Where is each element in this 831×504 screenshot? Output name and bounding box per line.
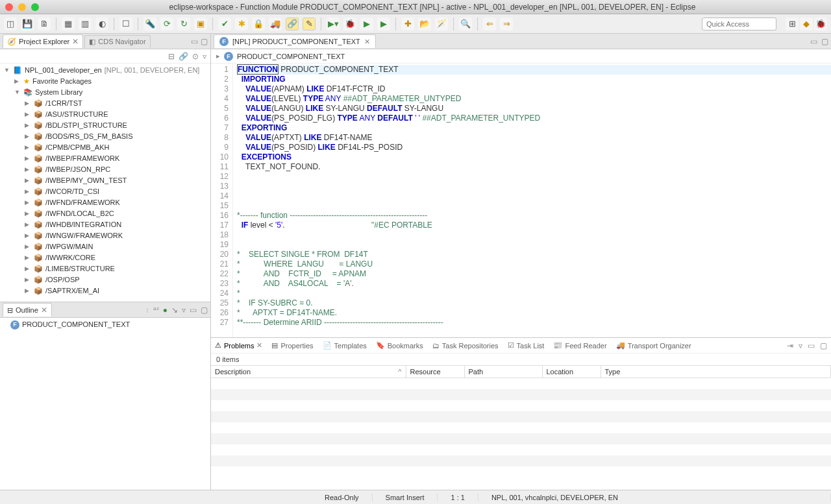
project-tree[interactable]: ▼📘NPL_001_developer_en [NPL, 001, DEVELO… bbox=[0, 64, 210, 302]
link-editor-icon[interactable]: 🔗 bbox=[179, 52, 188, 61]
tree-syslib[interactable]: ▼📚System Library bbox=[0, 87, 210, 98]
tree-package[interactable]: ▶📦/IWHDB/INTEGRATION bbox=[0, 219, 210, 230]
coverage-button[interactable]: ▶ bbox=[377, 18, 390, 30]
lock-button[interactable]: 🔒 bbox=[252, 18, 265, 30]
minimize-view-icon[interactable]: ▭ bbox=[190, 306, 197, 315]
col-description[interactable]: Description ^ bbox=[211, 366, 406, 378]
filter-green-icon[interactable]: ● bbox=[163, 306, 167, 315]
tree-package[interactable]: ▶📦/1CRR/TST bbox=[0, 98, 210, 109]
zoom-window-icon[interactable] bbox=[31, 3, 39, 11]
maximize-view-icon[interactable]: ▢ bbox=[201, 37, 208, 46]
nav-back-button[interactable]: ⇐ bbox=[483, 18, 496, 30]
maximize-view-icon[interactable]: ▢ bbox=[820, 341, 827, 350]
tree-package[interactable]: ▶📦/IWWRK/CORE bbox=[0, 252, 210, 263]
debug-button[interactable]: 🐞 bbox=[343, 18, 356, 30]
problems-table[interactable]: Description ^ResourcePathLocationType bbox=[211, 365, 831, 490]
tree-favorite[interactable]: ▶★Favorite Packages bbox=[0, 76, 210, 87]
tree-package[interactable]: ▶📦/BDL/STPI_STRUCTURE bbox=[0, 120, 210, 131]
highlight-button[interactable]: ✎ bbox=[303, 18, 316, 30]
minimize-window-icon[interactable] bbox=[18, 3, 26, 11]
tree-package[interactable]: ▶📦/IWBEP/FRAMEWORK bbox=[0, 153, 210, 164]
az-sort-icon[interactable]: ᵃᶻ bbox=[153, 306, 159, 315]
tree-package[interactable]: ▶📦/IWBEP/JSON_RPC bbox=[0, 164, 210, 175]
tree-package[interactable]: ▶📦/SAPTRX/EM_AI bbox=[0, 285, 210, 296]
col-location[interactable]: Location bbox=[542, 366, 601, 378]
terminal-button[interactable]: ▣ bbox=[194, 18, 207, 30]
run-button[interactable]: ▶ bbox=[360, 18, 373, 30]
editor-tab[interactable]: F [NPL] PRODUCT_COMPONENT_TEXT ✕ bbox=[214, 34, 376, 48]
col-path[interactable]: Path bbox=[464, 366, 542, 378]
sync-button[interactable]: ⟳ bbox=[160, 18, 173, 30]
bottom-tab-task-repositories[interactable]: 🗂Task Repositories bbox=[432, 342, 499, 350]
close-icon[interactable]: ✕ bbox=[72, 37, 79, 46]
collapse-all-icon[interactable]: ⊟ bbox=[168, 52, 175, 61]
sort-icon[interactable]: ↕ bbox=[145, 306, 149, 315]
debug-perspective-button[interactable]: 🐞 bbox=[814, 18, 827, 30]
run-dropdown-button[interactable]: ▶▾ bbox=[327, 18, 340, 30]
minimize-view-icon[interactable]: ▭ bbox=[191, 37, 198, 46]
refresh-button[interactable]: ↻ bbox=[177, 18, 190, 30]
maximize-view-icon[interactable]: ▢ bbox=[201, 306, 208, 315]
project-explorer-tab[interactable]: 🧭 Project Explorer ✕ bbox=[3, 34, 83, 48]
tree-root[interactable]: ▼📘NPL_001_developer_en [NPL, 001, DEVELO… bbox=[0, 65, 210, 76]
filter-icon[interactable]: ↘ bbox=[171, 306, 178, 315]
new-button[interactable]: ◫ bbox=[4, 18, 17, 30]
new-package-button[interactable]: ✚ bbox=[401, 18, 414, 30]
view-menu-icon[interactable]: ▿ bbox=[203, 52, 206, 61]
close-window-icon[interactable] bbox=[5, 3, 13, 11]
tree-package[interactable]: ▶📦/IWFND/FRAMEWORK bbox=[0, 197, 210, 208]
quick-access-input[interactable] bbox=[702, 18, 776, 30]
bottom-tab-task-list[interactable]: ☑Task List bbox=[508, 341, 545, 350]
tree-package[interactable]: ▶📦/ASU/STRUCTURE bbox=[0, 109, 210, 120]
open-button[interactable]: ☐ bbox=[119, 18, 132, 30]
minimize-editor-icon[interactable]: ▭ bbox=[810, 37, 817, 46]
filter-icon[interactable]: ⇥ bbox=[787, 341, 793, 350]
tree-package[interactable]: ▶📦/IWCOR/TD_CSI bbox=[0, 186, 210, 197]
minimize-view-icon[interactable]: ▭ bbox=[808, 341, 815, 350]
view-menu-icon[interactable]: ▿ bbox=[799, 341, 802, 350]
close-icon[interactable]: ✕ bbox=[256, 341, 262, 350]
tree-package[interactable]: ▶📦/IWFND/LOCAL_B2C bbox=[0, 208, 210, 219]
outline-item[interactable]: F PRODUCT_COMPONENT_TEXT bbox=[6, 319, 210, 330]
tree-package[interactable]: ▶📦/BODS/RS_DS_FM_BASIS bbox=[0, 131, 210, 142]
tree-package[interactable]: ▶📦/IWNGW/FRAMEWORK bbox=[0, 230, 210, 241]
brand-icon[interactable]: ◐ bbox=[95, 18, 108, 30]
bottom-tab-transport-organizer[interactable]: 🚚Transport Organizer bbox=[616, 341, 691, 350]
bottom-tab-feed-reader[interactable]: 📰Feed Reader bbox=[553, 341, 606, 350]
tree-package[interactable]: ▶📦/LIMEB/STRUCTURE bbox=[0, 263, 210, 274]
cds-navigator-tab[interactable]: ◧ CDS Navigator bbox=[84, 35, 150, 48]
link-button[interactable]: 🔗 bbox=[286, 18, 299, 30]
perspective-button[interactable]: ⊞ bbox=[786, 18, 799, 30]
wand-button[interactable]: 🪄 bbox=[435, 18, 448, 30]
check-button[interactable]: ✔ bbox=[218, 18, 231, 30]
close-icon[interactable]: ✕ bbox=[41, 306, 47, 315]
close-icon[interactable]: ✕ bbox=[364, 38, 370, 46]
code-editor[interactable]: 1234567891011121314151617181920212223242… bbox=[211, 64, 831, 337]
bottom-tab-properties[interactable]: ▤Properties bbox=[271, 341, 313, 350]
bottom-tab-bookmarks[interactable]: 🔖Bookmarks bbox=[376, 341, 423, 350]
col-type[interactable]: Type bbox=[601, 366, 831, 378]
search-global-button[interactable]: 🔍 bbox=[459, 18, 472, 30]
maximize-editor-icon[interactable]: ▢ bbox=[821, 37, 828, 46]
focus-icon[interactable]: ⊙ bbox=[192, 52, 199, 61]
editor-breadcrumb[interactable]: ▸ F PRODUCT_COMPONENT_TEXT bbox=[211, 49, 831, 64]
layout-button[interactable]: ▥ bbox=[79, 18, 92, 30]
view-menu-icon[interactable]: ▿ bbox=[182, 306, 186, 315]
outline-tab[interactable]: ⊟ Outline ✕ bbox=[3, 303, 52, 317]
tree-package[interactable]: ▶📦/IWPGW/MAIN bbox=[0, 241, 210, 252]
tree-package[interactable]: ▶📦/CPMB/CPMB_AKH bbox=[0, 142, 210, 153]
abap-perspective-button[interactable]: ◆ bbox=[800, 18, 813, 30]
transport-button[interactable]: 🚚 bbox=[269, 18, 282, 30]
search-button[interactable]: 🔦 bbox=[143, 18, 156, 30]
tree-package[interactable]: ▶📦/OSP/OSP bbox=[0, 274, 210, 285]
save-all-button[interactable]: 🗎 bbox=[38, 18, 51, 30]
save-button[interactable]: 💾 bbox=[21, 18, 34, 30]
bottom-tab-templates[interactable]: 📄Templates bbox=[323, 341, 367, 350]
bottom-tab-problems[interactable]: ⚠Problems✕ bbox=[215, 341, 262, 350]
tree-package[interactable]: ▶📦/IWBEP/MY_OWN_TEST bbox=[0, 175, 210, 186]
open-folder-button[interactable]: 📂 bbox=[418, 18, 431, 30]
nav-fwd-button[interactable]: ⇒ bbox=[500, 18, 513, 30]
toggle-button[interactable]: ▦ bbox=[62, 18, 75, 30]
col-resource[interactable]: Resource bbox=[406, 366, 464, 378]
activate-button[interactable]: ✱ bbox=[235, 18, 248, 30]
